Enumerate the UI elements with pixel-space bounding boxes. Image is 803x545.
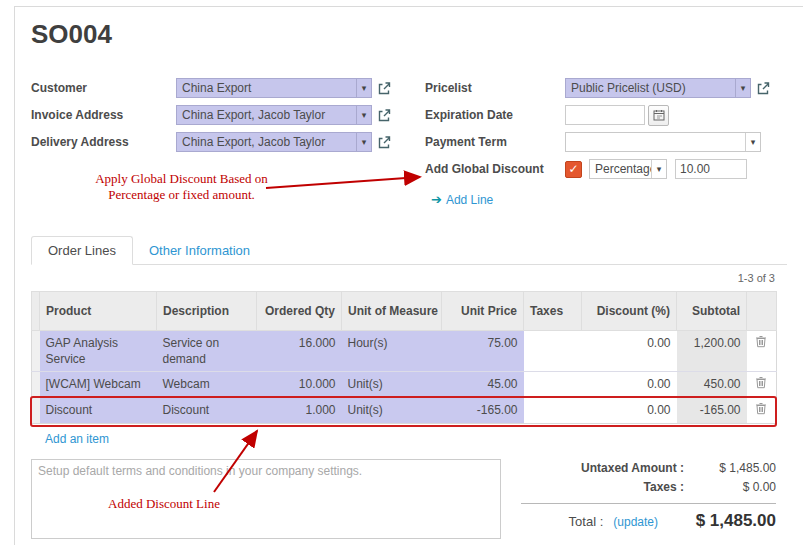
add-an-item-link[interactable]: Add an item [45, 432, 109, 446]
delete-row-button[interactable] [747, 372, 777, 398]
cell-qty[interactable]: 1.000 [257, 398, 342, 424]
cell-unit-price[interactable]: 75.00 [442, 331, 524, 372]
customer-value: China Export [177, 81, 356, 95]
cell-subtotal: -165.00 [677, 398, 747, 424]
cell-description[interactable]: Service on demand [157, 331, 257, 372]
cell-taxes[interactable] [524, 398, 582, 424]
row-handle [32, 372, 40, 398]
invoice-address-row: Invoice Address China Export, Jacob Tayl… [31, 104, 403, 126]
untaxed-amount-row: Untaxed Amount : $ 1,485.00 [521, 461, 776, 475]
external-link-icon[interactable] [377, 81, 392, 96]
form-sheet: SO004 Customer China Export ▾ Invoice Ad… [14, 6, 803, 545]
trash-icon [755, 404, 767, 418]
cell-taxes[interactable] [524, 372, 582, 398]
trash-icon [755, 337, 767, 351]
taxes-row: Taxes : $ 0.00 [521, 480, 776, 494]
chevron-down-icon[interactable]: ▾ [651, 160, 666, 178]
arrow-right-icon: ➔ [431, 192, 442, 207]
row-handle [32, 398, 40, 424]
cell-discount[interactable]: 0.00 [582, 398, 677, 424]
add-line-label: Add Line [446, 193, 493, 207]
cell-product[interactable]: GAP Analysis Service [40, 331, 157, 372]
cell-qty[interactable]: 10.000 [257, 372, 342, 398]
taxes-value: $ 0.00 [684, 480, 776, 494]
cell-taxes[interactable] [524, 331, 582, 372]
external-link-icon[interactable] [377, 135, 392, 150]
cell-description[interactable]: Webcam [157, 372, 257, 398]
expiration-date-label: Expiration Date [425, 108, 565, 122]
cell-unit-price[interactable]: -165.00 [442, 398, 524, 424]
add-line-link[interactable]: ➔Add Line [431, 192, 493, 207]
pager[interactable]: 1-3 of 3 [31, 272, 775, 286]
total-row: Total : (update) $ 1,485.00 [521, 511, 776, 531]
check-icon: ✓ [568, 162, 578, 176]
discount-type-select[interactable]: Percentage ▾ [589, 159, 667, 179]
global-discount-label: Add Global Discount [425, 162, 565, 176]
delivery-address-row: Delivery Address China Export, Jacob Tay… [31, 131, 403, 153]
pricelist-row: Pricelist Public Pricelist (USD) ▾ [425, 77, 787, 99]
table-row[interactable]: [WCAM] Webcam Webcam 10.000 Unit(s) 45.0… [32, 372, 777, 398]
cell-uom[interactable]: Unit(s) [342, 398, 442, 424]
tab-other-information[interactable]: Other Information [133, 237, 266, 264]
global-discount-checkbox[interactable]: ✓ [565, 161, 582, 178]
chevron-down-icon[interactable]: ▾ [745, 133, 760, 151]
customer-select[interactable]: China Export ▾ [176, 78, 372, 98]
trash-icon [755, 378, 767, 392]
col-ordered-qty: Ordered Qty [257, 292, 342, 331]
cell-description[interactable]: Discount [157, 398, 257, 424]
discount-amount-input[interactable] [675, 159, 747, 179]
cell-product[interactable]: Discount [40, 398, 157, 424]
order-lines-table: Product Description Ordered Qty Unit of … [31, 291, 777, 424]
delete-row-button[interactable] [747, 398, 777, 424]
external-link-icon[interactable] [756, 81, 771, 96]
total-value: $ 1,485.00 [672, 511, 776, 531]
tab-order-lines[interactable]: Order Lines [31, 236, 133, 265]
invoice-address-value: China Export, Jacob Taylor [177, 108, 356, 122]
cell-unit-price[interactable]: 45.00 [442, 372, 524, 398]
external-link-icon[interactable] [377, 108, 392, 123]
handle-column-header [32, 292, 40, 331]
page-title: SO004 [31, 19, 787, 49]
col-actions [747, 292, 777, 331]
cell-discount[interactable]: 0.00 [582, 331, 677, 372]
cell-uom[interactable]: Hour(s) [342, 331, 442, 372]
payment-term-select[interactable]: ▾ [565, 132, 761, 152]
totals-block: Untaxed Amount : $ 1,485.00 Taxes : $ 0.… [521, 459, 776, 539]
delivery-address-label: Delivery Address [31, 135, 176, 149]
terms-textarea[interactable] [31, 459, 501, 539]
customer-label: Customer [31, 81, 176, 95]
untaxed-amount-label: Untaxed Amount : [581, 461, 684, 475]
cell-qty[interactable]: 16.000 [257, 331, 342, 372]
discount-type-value: Percentage [590, 162, 651, 176]
chevron-down-icon[interactable]: ▾ [356, 106, 371, 124]
total-label: Total : [569, 514, 604, 529]
pricelist-select[interactable]: Public Pricelist (USD) ▾ [565, 78, 751, 98]
col-unit-of-measure: Unit of Measure [342, 292, 442, 331]
table-row[interactable]: GAP Analysis Service Service on demand 1… [32, 331, 777, 372]
cell-product[interactable]: [WCAM] Webcam [40, 372, 157, 398]
chevron-down-icon[interactable]: ▾ [356, 79, 371, 97]
delivery-address-select[interactable]: China Export, Jacob Taylor ▾ [176, 132, 372, 152]
cell-uom[interactable]: Unit(s) [342, 372, 442, 398]
notebook-tabs: Order Lines Other Information [31, 236, 787, 265]
taxes-label: Taxes : [644, 480, 684, 494]
global-discount-row: Add Global Discount ✓ Percentage ▾ [425, 158, 787, 180]
invoice-address-select[interactable]: China Export, Jacob Taylor ▾ [176, 105, 372, 125]
added-discount-line-annotation: Added Discount Line [108, 496, 220, 512]
global-discount-annotation: Apply Global Discount Based on Percentag… [84, 171, 279, 203]
col-discount: Discount (%) [582, 292, 677, 331]
table-row-discount[interactable]: Discount Discount 1.000 Unit(s) -165.00 … [32, 398, 777, 424]
calendar-icon[interactable] [648, 105, 669, 126]
pricelist-value: Public Pricelist (USD) [566, 81, 735, 95]
expiration-date-input[interactable] [565, 105, 645, 125]
totals-divider [521, 503, 776, 504]
payment-term-label: Payment Term [425, 135, 565, 149]
cell-discount[interactable]: 0.00 [582, 372, 677, 398]
update-total-link[interactable]: (update) [613, 515, 658, 529]
expiration-date-row: Expiration Date [425, 104, 787, 126]
delete-row-button[interactable] [747, 331, 777, 372]
chevron-down-icon[interactable]: ▾ [356, 133, 371, 151]
delivery-address-value: China Export, Jacob Taylor [177, 135, 356, 149]
col-taxes: Taxes [524, 292, 582, 331]
chevron-down-icon[interactable]: ▾ [735, 79, 750, 97]
